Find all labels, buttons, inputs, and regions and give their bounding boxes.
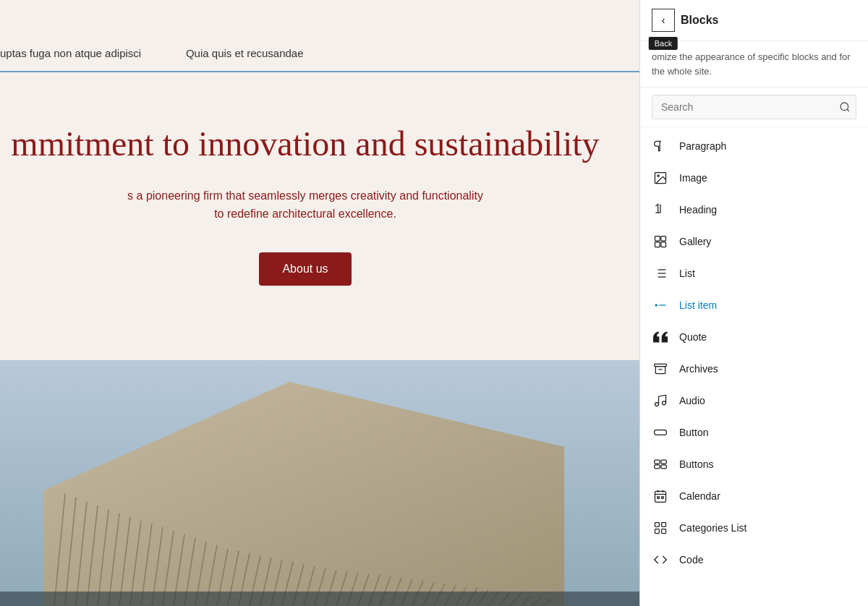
svg-line-50 (847, 109, 849, 111)
svg-rect-72 (661, 460, 667, 464)
svg-rect-81 (655, 523, 660, 527)
block-label-list: List (679, 268, 695, 279)
calendar-icon (652, 487, 669, 505)
nav-bar: uptas fuga non atque adipisci Quia quis … (0, 0, 639, 72)
block-item-paragraph[interactable]: Paragraph (640, 130, 868, 162)
svg-rect-48 (0, 592, 639, 606)
blocks-panel: ‹ Back Blocks omize the appearance of sp… (639, 0, 868, 606)
audio-icon (652, 392, 669, 409)
svg-rect-54 (661, 236, 666, 242)
svg-rect-55 (655, 242, 660, 247)
about-us-button[interactable]: About us (259, 252, 351, 286)
svg-rect-84 (662, 529, 666, 534)
list-item-icon (652, 296, 669, 314)
back-tooltip: Back (649, 37, 678, 50)
hero-title: mmitment to innovation and sustainabilit… (0, 123, 610, 165)
svg-rect-79 (658, 497, 660, 499)
block-label-button: Button (679, 427, 708, 438)
quote-icon (652, 328, 669, 346)
svg-point-49 (841, 103, 848, 111)
svg-point-52 (658, 175, 660, 177)
block-item-button[interactable]: Button (640, 417, 868, 448)
preview-panel: uptas fuga non atque adipisci Quia quis … (0, 0, 639, 606)
categories-list-icon (652, 519, 669, 537)
block-item-quote[interactable]: Quote (640, 321, 868, 353)
block-label-calendar: Calendar (679, 490, 720, 502)
block-item-gallery[interactable]: Gallery (640, 226, 868, 257)
block-label-code: Code (679, 554, 703, 566)
block-item-code[interactable]: Code (640, 544, 868, 576)
svg-rect-53 (655, 236, 660, 242)
blocks-list: Paragraph Image Heading (640, 127, 868, 606)
building-image (0, 360, 639, 606)
building-illustration (0, 360, 639, 606)
svg-rect-70 (655, 430, 667, 435)
button-icon (652, 424, 669, 441)
svg-rect-75 (655, 491, 666, 502)
block-item-categories-list[interactable]: Categories List (640, 512, 868, 544)
panel-title: Blocks (681, 14, 718, 27)
block-label-heading: Heading (679, 204, 717, 215)
block-item-calendar[interactable]: Calendar (640, 480, 868, 512)
hero-subtitle: s a pioneering firm that seamlessly merg… (124, 187, 486, 223)
hero-section: mmitment to innovation and sustainabilit… (0, 80, 639, 315)
svg-rect-82 (662, 523, 666, 527)
svg-rect-80 (662, 497, 664, 499)
svg-rect-83 (655, 529, 660, 534)
block-item-list-item[interactable]: List item (640, 289, 868, 321)
search-container (640, 88, 868, 127)
svg-rect-66 (655, 367, 665, 374)
block-label-gallery: Gallery (679, 236, 711, 247)
block-label-audio: Audio (679, 395, 705, 406)
block-item-image[interactable]: Image (640, 162, 868, 194)
search-input[interactable] (652, 95, 856, 119)
panel-header: ‹ Back Blocks (640, 0, 868, 41)
svg-rect-56 (661, 242, 666, 247)
archives-icon (652, 360, 669, 377)
search-icon-button[interactable] (839, 101, 851, 113)
code-icon (652, 551, 669, 568)
gallery-icon (652, 233, 669, 250)
svg-rect-71 (655, 460, 660, 464)
block-label-archives: Archives (679, 363, 718, 375)
block-item-archives[interactable]: Archives (640, 353, 868, 385)
back-button[interactable]: ‹ Back (652, 9, 675, 32)
heading-icon (652, 201, 669, 218)
nav-links: uptas fuga non atque adipisci Quia quis … (0, 46, 318, 59)
nav-link-2[interactable]: Quia quis et recusandae (186, 47, 318, 59)
block-label-paragraph: Paragraph (679, 140, 726, 152)
list-icon (652, 265, 669, 282)
svg-point-69 (663, 401, 666, 405)
nav-link-1[interactable]: uptas fuga non atque adipisci (0, 47, 156, 59)
block-item-heading[interactable]: Heading (640, 194, 868, 226)
nav-separator (164, 46, 177, 59)
svg-rect-73 (655, 465, 660, 469)
block-label-quote: Quote (679, 331, 707, 343)
block-item-audio[interactable]: Audio (640, 385, 868, 417)
block-label-categories-list: Categories List (679, 522, 746, 534)
paragraph-icon (652, 137, 669, 155)
block-item-list[interactable]: List (640, 257, 868, 289)
image-icon (652, 169, 669, 187)
block-label-buttons: Buttons (679, 458, 713, 470)
svg-point-63 (655, 304, 658, 306)
buttons-icon (652, 456, 669, 473)
svg-rect-74 (661, 465, 667, 469)
svg-point-68 (655, 403, 659, 406)
block-label-list-item: List item (679, 299, 717, 311)
search-icon (839, 101, 851, 113)
block-item-buttons[interactable]: Buttons (640, 448, 868, 480)
block-label-image: Image (679, 172, 707, 184)
